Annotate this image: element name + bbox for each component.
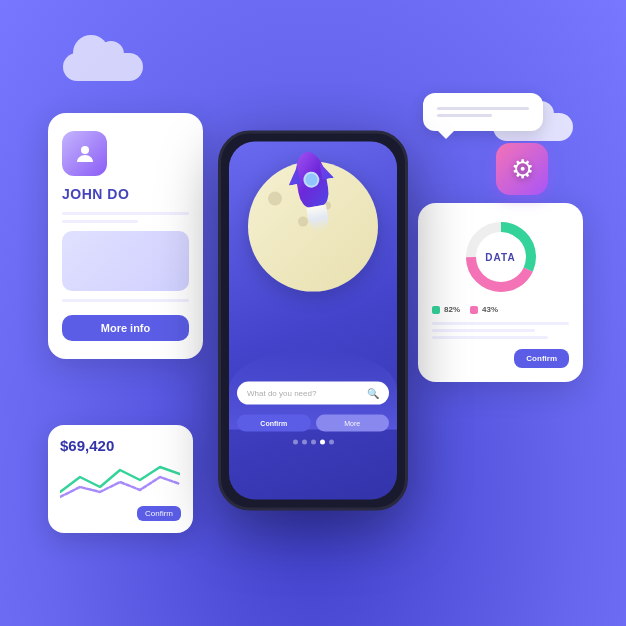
stat-1-pct: 82% xyxy=(444,305,460,314)
stat-2-pct: 43% xyxy=(482,305,498,314)
phone-screen: What do you need? 🔍 Confirm More xyxy=(229,142,397,500)
data-confirm-button[interactable]: Confirm xyxy=(514,349,569,368)
profile-image xyxy=(62,231,189,291)
finance-chart xyxy=(60,462,181,502)
stat-dot-pink xyxy=(470,306,478,314)
data-card: DATA 82% 43% Confirm xyxy=(418,203,583,382)
data-line-2 xyxy=(432,329,535,332)
data-line-3 xyxy=(432,336,548,339)
dot-1 xyxy=(293,440,298,445)
rocket-body xyxy=(291,150,330,209)
chat-tail xyxy=(438,131,454,139)
search-icon: 🔍 xyxy=(367,388,379,399)
svg-point-0 xyxy=(81,146,89,154)
profile-card: JOHN DO More info xyxy=(48,113,203,359)
data-lines xyxy=(432,322,569,339)
donut-chart-container: DATA xyxy=(461,217,541,297)
main-scene: ⚙ JOHN DO More info xyxy=(33,33,593,593)
stat-item-2: 43% xyxy=(470,305,498,314)
search-placeholder: What do you need? xyxy=(247,389,362,398)
finance-card: $69,420 Confirm xyxy=(48,425,193,533)
phone-buttons: Confirm More xyxy=(237,415,389,432)
data-stats: 82% 43% xyxy=(432,305,569,314)
profile-line-3 xyxy=(62,299,189,302)
profile-line-2 xyxy=(62,220,138,223)
rocket-window xyxy=(302,171,321,190)
gear-icon: ⚙ xyxy=(511,154,534,185)
rocket-fin-right xyxy=(319,160,334,180)
data-line-1 xyxy=(432,322,569,325)
phone-device: What do you need? 🔍 Confirm More xyxy=(218,131,408,511)
profile-line-1 xyxy=(62,212,189,215)
dot-5 xyxy=(329,440,334,445)
dot-3 xyxy=(311,440,316,445)
settings-icon[interactable]: ⚙ xyxy=(496,143,548,195)
profile-avatar xyxy=(62,131,107,176)
cloud-top-left xyxy=(63,53,143,81)
stat-item-1: 82% xyxy=(432,305,460,314)
phone-more-button[interactable]: More xyxy=(316,415,390,432)
finance-amount: $69,420 xyxy=(60,437,181,454)
stat-dot-teal xyxy=(432,306,440,314)
donut-label: DATA xyxy=(485,252,515,263)
rocket-fin-left xyxy=(285,166,300,186)
finance-confirm-button[interactable]: Confirm xyxy=(137,506,181,521)
phone-search-bar[interactable]: What do you need? 🔍 xyxy=(237,382,389,405)
dot-4 xyxy=(320,440,325,445)
dot-2 xyxy=(302,440,307,445)
more-info-button[interactable]: More info xyxy=(62,315,189,341)
pagination-dots xyxy=(229,440,397,445)
chat-line-1 xyxy=(437,107,529,110)
rocket-flame xyxy=(306,205,330,233)
crater-1 xyxy=(268,192,282,206)
chat-bubble xyxy=(423,93,543,131)
profile-name: JOHN DO xyxy=(62,186,189,202)
chat-line-2 xyxy=(437,114,492,117)
phone-confirm-button[interactable]: Confirm xyxy=(237,415,311,432)
